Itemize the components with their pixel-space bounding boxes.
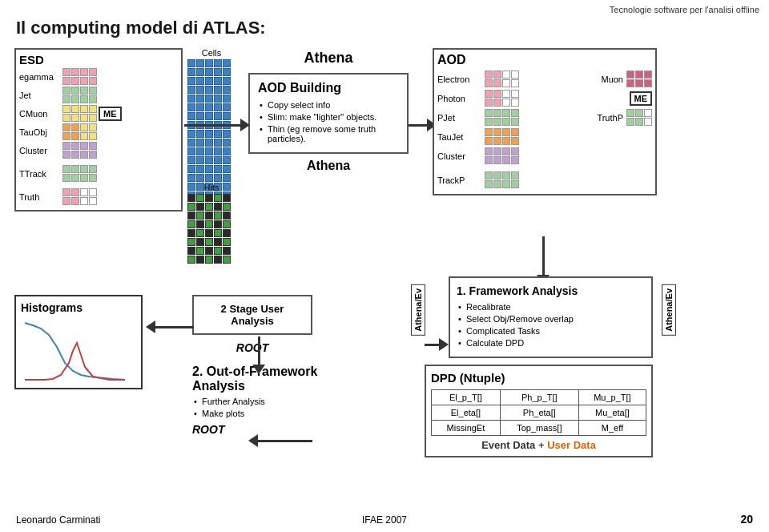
dpd-cell-0-1: Ph_p_T[] [500,390,578,405]
athena-building-title: Athena [248,50,409,66]
aod-taujet-cells [485,128,519,145]
footer-left: Leonardo Carminati [16,514,100,526]
aod-electron-cells [485,71,519,87]
outof-bullet-1: Further Analysis [192,397,352,406]
aod-row-trackp: TrackP [437,171,652,188]
outof-bullet-2: Make plots [192,409,352,418]
hits-grid [187,194,236,264]
dpd-row-2: El_eta[] Ph_eta[] Mu_eta[] [432,405,646,421]
dpd-cell-2-1: Top_mass[] [500,421,578,436]
framework-bullets: Recalibrate Select Obj/Remove overlap Co… [457,302,645,348]
dpd-row-3: MissingEt Top_mass[] M_eff [432,421,646,436]
aod-row-taujet: TauJet [437,128,652,145]
page-title: Il computing model di ATLAS: [16,18,266,38]
outof-number: 2. [192,365,203,378]
esd-cmuon-label: CMuon [19,109,61,119]
dpd-plus: + [538,439,547,451]
framework-bullet-4: Calculate DPD [457,338,645,348]
aod-electron-label: Electron [437,75,481,84]
aod-trackp-cells [485,171,519,188]
framework-analysis-title: 1. Framework Analysis [457,284,645,297]
cells-label: Cells [187,48,236,58]
athena-ev-label-right: Athena/Ev [662,284,676,336]
esd-ttrack-label: TTrack [19,169,61,179]
dpd-cell-1-0: El_eta[] [432,405,501,421]
dpd-cell-1-2: Mu_eta[] [578,405,646,421]
esd-tauobj-cells [62,123,97,140]
dpd-title: DPD (Ntuple) [431,371,646,385]
out-of-framework-title: 2. Out-of-FrameworkAnalysis [192,365,352,393]
athena-bullet-3: Thin (eg remove some truth particles). [258,124,399,143]
dpd-row-1: El_p_T[] Ph_p_T[] Mu_p_T[] [432,390,646,405]
aod-taujet-label: TauJet [437,132,481,142]
dpd-table: El_p_T[] Ph_p_T[] Mu_p_T[] El_eta[] Ph_e… [431,389,646,436]
athena-building-box: AOD Building Copy select info Slim: make… [248,73,409,154]
aod-pjet-label: PJet [437,113,481,123]
framework-bullet-1: Recalibrate [457,302,645,312]
dpd-box: DPD (Ntuple) El_p_T[] Ph_p_T[] Mu_p_T[] … [425,365,653,457]
athena-ev-connector-left: Athena/Ev [411,284,425,336]
athena-building-bullets: Copy select info Slim: make "lighter" ob… [258,100,399,143]
histograms-label: Histograms [21,301,136,314]
aod-muon-label: Muon [595,75,623,84]
esd-box: ESD egamma Jet CMuon ME TauObj Cluster [14,48,183,212]
stage-analysis-label: 2 Stage UserAnalysis [192,295,312,335]
esd-egamma-cells [62,68,97,85]
footer-center: IFAE 2007 [362,514,407,526]
header-title: Tecnologie software per l'analisi offlin… [610,5,759,14]
dpd-user-data: User Data [547,439,596,451]
dpd-cell-2-0: MissingEt [432,421,501,436]
aod-building-title: AOD Building [258,81,399,95]
esd-me-label: ME [99,107,122,121]
esd-row-cluster: Cluster [19,142,178,159]
histogram-svg [21,319,133,383]
athena-bullet-1: Copy select info [258,100,399,110]
athena-bullet-2: Slim: make "lighter" objects. [258,112,399,122]
esd-cluster-label: Cluster [19,146,61,155]
athena-ev-connector-right: Athena/Ev [662,284,676,336]
aod-me-label: ME [630,91,653,106]
out-of-framework-box: 2. Out-of-FrameworkAnalysis Further Anal… [192,365,352,436]
framework-to-dpd-arrow [425,338,449,351]
aod-cluster-label: Cluster [437,151,481,161]
esd-row-truth: Truth [19,188,178,205]
esd-tauobj-label: TauObj [19,127,61,137]
athena-building-section: Athena AOD Building Copy select info Sli… [248,50,409,173]
aod-truthp-label: TruthP [591,113,623,123]
esd-label: ESD [19,53,178,66]
esd-row-ttrack: TTrack [19,165,178,182]
hist-to-stage-arrow [146,320,194,333]
esd-row-egamma: egamma [19,68,178,85]
aod-pjet-cells [485,109,519,126]
stage-to-outof-arrow [252,337,265,374]
aod-row-electron: Electron Muon [437,71,652,87]
esd-truth-cells [62,188,97,205]
esd-to-athena-arrow [184,119,250,131]
esd-truth-label: Truth [19,192,61,202]
outof-root-arrow [248,434,312,447]
outof-bullets: Further Analysis Make plots [192,397,352,418]
dpd-footer: Event Data + User Data [431,439,646,451]
esd-row-jet: Jet [19,87,178,103]
dpd-cell-0-2: Mu_p_T[] [578,390,646,405]
aod-photon-label: Photon [437,94,481,103]
esd-row-tauobj: TauObj [19,123,178,140]
framework-title-text: Framework Analysis [469,284,578,297]
aod-muon-cells [626,71,652,87]
hits-label: Hits [187,183,236,192]
athena-ev-label-left: Athena/Ev [411,284,425,336]
aod-trackp-label: TrackP [437,175,481,185]
dpd-cell-1-1: Ph_eta[] [500,405,578,421]
aod-cluster-cells [485,147,519,164]
histogram-chart [21,319,133,383]
dpd-cell-2-2: M_eff [578,421,646,436]
athena-label-2: Athena [248,159,409,173]
esd-cmuon-cells [62,105,97,122]
esd-jet-label: Jet [19,91,61,100]
aod-row-cluster: Cluster [437,147,652,164]
aod-label: AOD [437,53,652,67]
esd-egamma-label: egamma [19,72,61,82]
esd-jet-cells [62,87,97,103]
aod-truthp-cells [626,109,652,126]
framework-bullet-3: Complicated Tasks [457,326,645,336]
